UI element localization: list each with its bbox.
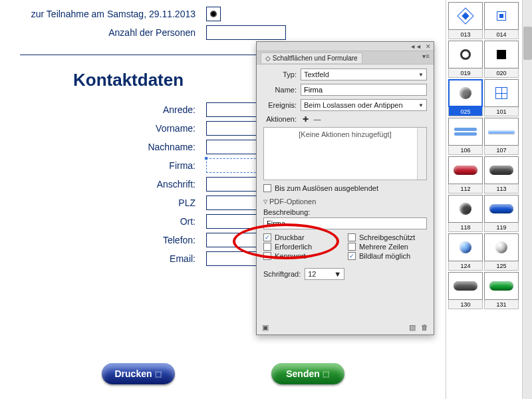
chevron-down-icon: ▼ (418, 102, 424, 108)
button-library-panel: 0130140190200251011061071121131181191241… (446, 0, 532, 399)
print-button[interactable]: Drucken⬚ (102, 363, 175, 384)
description-label: Beschreibung: (263, 208, 427, 216)
scrollbar-thumb[interactable] (523, 27, 532, 60)
library-item-130[interactable]: 130 (448, 272, 483, 309)
trash-icon[interactable]: 🗑 (421, 323, 428, 331)
library-item-112[interactable]: 112 (448, 156, 483, 194)
mehrere-checkbox[interactable] (348, 243, 356, 251)
panel-titlebar[interactable]: ◄◄ ✕ (257, 42, 434, 51)
disclosure-triangle-icon: ▽ (263, 199, 267, 205)
font-size-select[interactable]: 12▼ (305, 268, 344, 280)
ort-label: Ort: (20, 216, 206, 227)
library-item-019[interactable]: 019 (448, 41, 483, 78)
schreibgeschuetzt-checkbox[interactable] (348, 233, 356, 241)
close-icon[interactable]: ✕ (426, 43, 431, 50)
send-button[interactable]: Senden⬚ (271, 363, 344, 384)
bildlauf-label: Bildlauf möglich (359, 252, 410, 260)
hide-until-label: Bis zum Auslösen ausgeblendet (275, 184, 378, 192)
library-item-101[interactable]: 101 (484, 79, 519, 116)
scrollbar[interactable] (522, 0, 532, 399)
cursor-icon: ⬚ (323, 370, 329, 378)
library-item-025[interactable]: 025 (448, 79, 483, 116)
erforderlich-label: Erforderlich (275, 243, 312, 251)
library-item-013[interactable]: 013 (448, 2, 483, 39)
typ-select[interactable]: Textfeld▼ (301, 68, 427, 80)
collapse-icon[interactable]: ◄◄ (410, 43, 422, 50)
library-item-118[interactable]: 118 (448, 195, 483, 232)
firma-field-selected[interactable] (206, 158, 259, 173)
library-item-106[interactable]: 106 (448, 118, 483, 155)
actions-empty-text: [Keine Aktionen hinzugefügt] (299, 130, 391, 138)
actions-list[interactable]: [Keine Aktionen hinzugefügt] (263, 127, 427, 180)
schreibgeschuetzt-label: Schreibgeschützt (359, 233, 415, 241)
kennwort-checkbox[interactable] (263, 252, 271, 260)
name-input[interactable] (301, 84, 427, 96)
library-item-113[interactable]: 113 (484, 156, 519, 194)
saturday-label: zur Teilnahme am Samstag, 29.11.2013 (20, 9, 206, 19)
library-item-020[interactable]: 020 (484, 41, 519, 78)
firma-label: Firma: (20, 160, 206, 171)
chevron-down-icon: ▼ (418, 72, 424, 78)
scrollbar[interactable] (417, 128, 426, 180)
bildlauf-checkbox[interactable]: ✓ (348, 252, 356, 260)
buttons-forms-panel: ◄◄ ✕ ◇ Schaltflächen und Formulare ▾≡ Ty… (256, 41, 434, 335)
email-label: Email: (20, 253, 206, 264)
chevron-down-icon: ▼ (334, 270, 341, 278)
saturday-radio[interactable] (206, 7, 221, 21)
remove-action-icon[interactable]: — (313, 114, 322, 124)
anschrift-label: Anschrift: (20, 179, 206, 190)
library-item-125[interactable]: 125 (484, 233, 519, 271)
erforderlich-checkbox[interactable] (263, 243, 271, 251)
druckbar-checkbox[interactable]: ✓ (263, 233, 271, 241)
add-action-icon[interactable]: ✚ (301, 114, 310, 124)
library-item-107[interactable]: 107 (484, 118, 519, 155)
mehrere-label: Mehrere Zeilen (359, 243, 408, 251)
pdf-section-header[interactable]: ▽PDF-Optionen (263, 198, 427, 205)
library-item-131[interactable]: 131 (484, 272, 519, 309)
aktionen-label: Aktionen: (263, 115, 301, 123)
typ-label: Typ: (263, 70, 301, 78)
panel-menu-icon[interactable]: ▾≡ (422, 53, 430, 60)
name-label: Name: (263, 86, 301, 94)
kennwort-label: Kennwort (275, 252, 305, 260)
library-item-124[interactable]: 124 (448, 233, 483, 271)
plz-label: PLZ (20, 198, 206, 208)
persons-field[interactable] (206, 25, 286, 40)
anrede-label: Anrede: (20, 104, 206, 115)
ereignis-select[interactable]: Beim Loslassen oder Antippen▼ (301, 99, 427, 111)
nachname-label: Nachname: (20, 142, 206, 152)
panel-tab[interactable]: ◇ Schaltflächen und Formulare (261, 53, 362, 63)
library-item-119[interactable]: 119 (484, 195, 519, 232)
ereignis-label: Ereignis: (263, 101, 301, 109)
vorname-label: Vorname: (20, 123, 206, 134)
druckbar-label: Druckbar (275, 233, 305, 241)
telefon-label: Telefon: (20, 235, 206, 245)
font-size-label: Schriftgrad: (263, 270, 301, 278)
description-input[interactable] (263, 217, 427, 229)
library-item-014[interactable]: 014 (484, 2, 519, 39)
preview-icon[interactable]: ▣ (262, 323, 269, 332)
cursor-icon: ⬚ (155, 370, 162, 378)
convert-icon[interactable]: ▧ (409, 323, 416, 331)
hide-until-checkbox[interactable] (263, 184, 271, 192)
persons-label: Anzahl der Personen (20, 27, 206, 38)
